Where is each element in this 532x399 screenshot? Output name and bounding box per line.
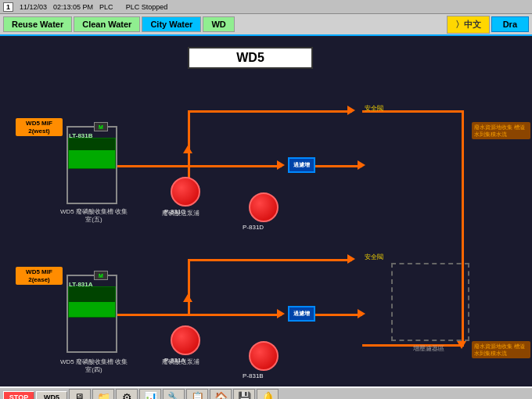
time-display: 02:13:05 PM (53, 3, 93, 11)
arrow-bot-right (347, 254, 355, 264)
pump-p831a[interactable] (171, 325, 200, 355)
tag-wds-mif2-west: WD5 MIF 2(west) (16, 118, 63, 136)
right-tag-bottom: 廢水資源地收集 槽溢水到集積水流 (472, 341, 530, 358)
arrow-v-up1 (183, 146, 192, 153)
tab-city-water[interactable]: City Water (142, 16, 201, 32)
pump-p831c[interactable] (171, 177, 200, 207)
dashed-box-label: 增壓濾器區 (390, 345, 468, 353)
tab-lang[interactable]: 〉中文 (447, 16, 490, 34)
dashed-box-right (391, 263, 469, 341)
taskbar-icon-1[interactable]: 🖥 (69, 389, 91, 399)
pipe-h-top2 (188, 110, 352, 113)
taskbar-stop-btn[interactable]: STOP (3, 391, 34, 399)
tag-wds-mif2-ease: WD5 MIF 2(ease) (16, 267, 63, 285)
filter-top-label: 過濾增 (293, 161, 310, 169)
arrow-to-filter1 (277, 160, 285, 170)
pump-p831d-label: P-831D (243, 224, 264, 231)
pump-cn-label-bottom: 廢磷酸送泵浦 (146, 358, 216, 366)
plc-status: PLC Stopped (126, 3, 168, 11)
taskbar-wd5-btn[interactable]: WD5 (36, 391, 67, 399)
pipe-h-bot2 (188, 259, 352, 261)
pipe-h-top3 (188, 165, 282, 167)
lt831a-label: LT-831A (69, 281, 93, 288)
scada-main: WD5 WD5 MIF 2(west) M LT-831B WD5 廢磷酸收集槽… (0, 36, 532, 386)
arrow-after-filter2 (358, 309, 365, 318)
filter-box-top[interactable]: 過濾增 (288, 157, 315, 173)
taskbar-icon-3[interactable]: ⚙ (116, 389, 138, 399)
pipe-h-bot3 (188, 314, 282, 316)
filter-bottom-label: 過濾增 (293, 310, 310, 318)
tab-draft[interactable]: Dra (491, 16, 529, 32)
pump-p831b[interactable] (249, 341, 279, 371)
taskbar-icon-9[interactable]: 🔔 (257, 389, 279, 399)
safe-valve-bottom: 安全閥 (365, 253, 383, 261)
pipe-h-top1 (117, 165, 188, 167)
window-num: 1 (3, 2, 13, 12)
pump-cn-label-top: 廢磷酸送泵浦 (146, 210, 216, 217)
safe-valve-top: 安全閥 (365, 105, 383, 113)
taskbar-icon-6[interactable]: 📋 (186, 389, 208, 399)
taskbar-icon-4[interactable]: 📊 (139, 389, 161, 399)
nav-bar: Reuse Water Clean Water City Water WD 〉中… (0, 14, 532, 36)
plc-label: PLC (99, 3, 113, 11)
tab-wd[interactable]: WD (203, 16, 234, 32)
t831a-label: WD5 廢磷酸收集槽 收集室(四) (59, 358, 129, 375)
pipe-v-right (462, 110, 464, 345)
taskbar: STOP WD5 🖥 📁 ⚙ 📊 🔧 📋 🏠 💾 🔔 (0, 386, 532, 399)
taskbar-icon-8[interactable]: 💾 (233, 389, 255, 399)
lt831b-label: LT-831B (69, 132, 93, 139)
m-indicator-bottom: M (94, 271, 108, 280)
right-tag-top: 廢水資源地收集 槽溢水到集積水流 (472, 122, 530, 139)
t831b-label: WD5 廢磷酸收集槽 收集室(五) (59, 208, 129, 225)
title-bar: 1 11/12/03 02:13:05 PM PLC PLC Stopped (0, 0, 532, 14)
taskbar-icon-2[interactable]: 📁 (92, 389, 114, 399)
pipe-after-filter1 (315, 165, 362, 167)
pump-p831b-label: P-831B (243, 372, 264, 379)
pipe-after-filter2 (315, 314, 362, 316)
pipe-h-bot1 (117, 314, 188, 316)
date-display: 11/12/03 (20, 3, 47, 11)
arrow-after-filter1 (358, 160, 365, 170)
tab-reuse-water[interactable]: Reuse Water (3, 16, 72, 32)
pump-p831d[interactable] (249, 192, 279, 222)
page-title: WD5 (188, 47, 313, 69)
arrow-top-right (347, 106, 355, 115)
taskbar-icon-5[interactable]: 🔧 (163, 389, 185, 399)
arrow-to-filter2 (277, 309, 285, 318)
tab-clean-water[interactable]: Clean Water (74, 16, 140, 32)
taskbar-icon-7[interactable]: 🏠 (210, 389, 232, 399)
m-indicator-top: M (94, 122, 108, 131)
filter-box-bottom[interactable]: 過濾增 (288, 306, 315, 322)
arrow-v-up2 (183, 294, 192, 302)
